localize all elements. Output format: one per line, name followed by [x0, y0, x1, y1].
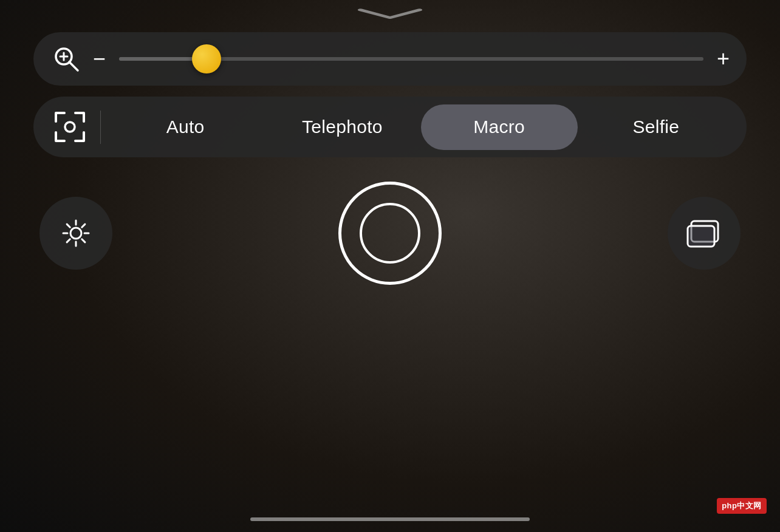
mode-selfie-button[interactable]: Selfie [578, 104, 734, 150]
zoom-slider-thumb[interactable] [192, 44, 221, 73]
chevron-down-icon[interactable] [352, 7, 428, 24]
svg-line-1 [69, 62, 78, 70]
shutter-button[interactable] [338, 182, 442, 285]
gear-icon [60, 217, 92, 250]
settings-button[interactable] [39, 197, 112, 270]
home-indicator-row [250, 517, 530, 521]
mode-auto-label: Auto [166, 117, 205, 137]
camera-frame-icon [46, 103, 94, 151]
zoom-minus-button[interactable]: − [93, 48, 106, 70]
zoom-bar: − + [33, 32, 747, 86]
svg-line-10 [67, 224, 70, 227]
mode-macro-button[interactable]: Macro [421, 104, 578, 150]
svg-line-11 [82, 239, 85, 242]
mode-telephoto-label: Telephoto [302, 117, 383, 137]
gallery-button[interactable] [668, 197, 741, 270]
svg-rect-15 [688, 226, 714, 247]
svg-line-12 [82, 224, 85, 227]
zoom-plus-button[interactable]: + [717, 48, 730, 70]
mode-bar: Auto Telephoto Macro Selfie [33, 97, 747, 157]
svg-point-4 [65, 122, 75, 132]
svg-line-13 [67, 239, 70, 242]
mode-divider [100, 111, 101, 144]
svg-point-5 [70, 228, 81, 239]
home-indicator [250, 517, 530, 521]
zoom-slider-track[interactable] [119, 57, 703, 61]
watermark: php中文网 [717, 498, 767, 514]
mode-auto-button[interactable]: Auto [107, 104, 264, 150]
watermark-text: php中文网 [722, 501, 762, 510]
mode-macro-label: Macro [473, 117, 525, 137]
controls-row [33, 182, 747, 285]
zoom-in-icon [50, 43, 82, 75]
chevron-bar[interactable] [33, 0, 747, 32]
shutter-inner [360, 203, 420, 264]
mode-telephoto-button[interactable]: Telephoto [264, 104, 420, 150]
gallery-icon [685, 217, 723, 249]
mode-selfie-label: Selfie [632, 117, 679, 137]
main-container: − + Auto Tele [0, 0, 780, 532]
